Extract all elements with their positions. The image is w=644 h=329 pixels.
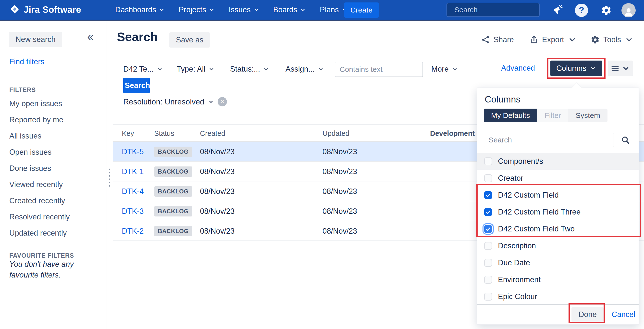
user-avatar[interactable] <box>622 3 636 18</box>
check-icon <box>485 226 491 232</box>
chevron-down-icon <box>158 7 165 13</box>
field-option-epic-colour[interactable]: Epic Colour <box>477 288 638 305</box>
sidebar-item-done-issues[interactable]: Done issues <box>0 160 106 177</box>
columns-search-input[interactable] <box>484 133 614 147</box>
nav-item-projects[interactable]: Projects <box>179 6 215 14</box>
sidebar-item-created-recently[interactable]: Created recently <box>0 193 106 209</box>
settings-button[interactable] <box>600 4 613 17</box>
person-icon <box>623 6 634 18</box>
checkbox-unchecked[interactable] <box>484 157 492 165</box>
checkbox-unchecked[interactable] <box>484 259 492 267</box>
columns-panel-tabs: My Defaults Filter System <box>484 109 608 122</box>
resolution-filter-chip[interactable]: Resolution: Unresolved ✕ <box>123 96 227 108</box>
row-drag-handle[interactable] <box>108 168 111 187</box>
checkbox-unchecked[interactable] <box>484 293 492 300</box>
field-option-creator[interactable]: Creator <box>477 170 638 187</box>
status-badge: BACKLOG <box>154 166 192 177</box>
assignee-filter-dropdown[interactable]: Assign... <box>286 62 324 76</box>
field-option-due-date[interactable]: Due Date <box>477 254 638 271</box>
sidebar-item-viewed-recently[interactable]: Viewed recently <box>0 177 106 193</box>
created-date: 08/Nov/23 <box>200 142 234 162</box>
issue-key-link[interactable]: DTK-5 <box>122 142 144 162</box>
field-option-d42-custom-field[interactable]: D42 Custom Field <box>477 187 638 203</box>
export-button[interactable]: Export <box>529 33 577 47</box>
sidebar-item-open-issues[interactable]: Open issues <box>0 144 106 160</box>
sidebar-item-resolved-recently[interactable]: Resolved recently <box>0 209 106 225</box>
checkbox-checked[interactable] <box>484 191 492 199</box>
nav-item-issues[interactable]: Issues <box>229 6 260 14</box>
created-date: 08/Nov/23 <box>200 162 234 181</box>
more-filters-dropdown[interactable]: More <box>431 62 458 76</box>
sidebar-item-updated-recently[interactable]: Updated recently <box>0 225 106 241</box>
nav-item-dashboards[interactable]: Dashboards <box>115 6 165 14</box>
jira-issue-search-page: Jira Software Dashboards Projects Issues… <box>0 0 644 329</box>
issue-key-link[interactable]: DTK-2 <box>122 221 144 241</box>
jira-logo[interactable]: Jira Software <box>9 0 81 20</box>
issue-key-link[interactable]: DTK-4 <box>122 181 144 201</box>
chevron-down-icon <box>590 65 596 72</box>
tab-my-defaults[interactable]: My Defaults <box>484 109 537 122</box>
column-header-development[interactable]: Development <box>430 125 475 142</box>
checkbox-unchecked[interactable] <box>484 174 492 182</box>
nav-item-plans[interactable]: Plans <box>320 6 348 14</box>
status-badge: BACKLOG <box>154 206 192 216</box>
tab-filter: Filter <box>537 109 568 122</box>
field-option-d42-custom-field-three[interactable]: D42 Custom Field Three <box>477 203 638 220</box>
create-button[interactable]: Create <box>344 3 379 18</box>
chevron-down-icon <box>622 64 630 73</box>
global-search <box>446 3 540 17</box>
jira-logo-text: Jira Software <box>24 5 81 15</box>
field-option-components[interactable]: Component/s <box>477 153 638 170</box>
filters-heading: FILTERS <box>9 86 36 93</box>
tab-system[interactable]: System <box>568 109 608 122</box>
cancel-link[interactable]: Cancel <box>612 310 636 319</box>
status-filter-dropdown[interactable]: Status:... <box>230 62 269 76</box>
chevron-down-icon <box>253 7 260 13</box>
type-filter-dropdown[interactable]: Type: All <box>177 62 215 76</box>
find-filters-link[interactable]: Find filters <box>9 57 44 66</box>
done-button[interactable]: Done <box>572 307 604 322</box>
created-date: 08/Nov/23 <box>200 201 234 221</box>
nav-item-boards[interactable]: Boards <box>273 6 306 14</box>
page-title: Search <box>117 30 158 44</box>
column-header-created[interactable]: Created <box>200 125 225 142</box>
help-button[interactable]: ? <box>575 4 588 17</box>
share-icon <box>481 35 490 44</box>
share-button[interactable]: Share <box>481 33 514 47</box>
sidebar-item-reported-by-me[interactable]: Reported by me <box>0 112 106 128</box>
column-header-updated[interactable]: Updated <box>322 125 350 142</box>
columns-button[interactable]: Columns <box>550 61 602 76</box>
issue-key-link[interactable]: DTK-3 <box>122 201 144 221</box>
column-header-status[interactable]: Status <box>154 125 174 142</box>
project-filter-dropdown[interactable]: D42 Te... <box>123 62 163 76</box>
announcements-button[interactable] <box>551 4 564 17</box>
checkbox-checked-focused[interactable] <box>484 225 492 233</box>
new-search-button[interactable]: New search <box>9 32 62 47</box>
checkbox-unchecked[interactable] <box>484 276 492 284</box>
checkbox-checked[interactable] <box>484 208 492 216</box>
collapse-sidebar-icon[interactable]: « <box>87 31 94 42</box>
sidebar-item-my-open-issues[interactable]: My open issues <box>0 96 106 112</box>
sidebar-item-all-issues[interactable]: All issues <box>0 128 106 144</box>
chevron-down-icon <box>624 35 634 44</box>
status-badge: BACKLOG <box>154 147 192 157</box>
column-header-key[interactable]: Key <box>122 125 134 142</box>
contains-text-input[interactable] <box>335 62 423 77</box>
field-option-description[interactable]: Description <box>477 237 638 254</box>
columns-field-list: Component/s Creator D42 Custom Field D42… <box>477 153 638 305</box>
run-search-button[interactable]: Search <box>123 78 150 93</box>
checkbox-unchecked[interactable] <box>484 242 492 250</box>
tools-button[interactable]: Tools <box>590 33 634 47</box>
updated-date: 08/Nov/23 <box>322 142 357 162</box>
updated-date: 08/Nov/23 <box>322 221 357 241</box>
list-view-switcher-button[interactable] <box>608 61 633 76</box>
updated-date: 08/Nov/23 <box>322 201 357 221</box>
save-as-button[interactable]: Save as <box>169 32 210 48</box>
advanced-link[interactable]: Advanced <box>501 64 535 73</box>
global-search-input[interactable] <box>454 6 550 14</box>
chevron-down-icon <box>300 7 306 13</box>
field-option-environment[interactable]: Environment <box>477 271 638 288</box>
field-option-d42-custom-field-two[interactable]: D42 Custom Field Two <box>477 220 638 237</box>
issue-key-link[interactable]: DTK-1 <box>122 162 144 181</box>
top-nav: Jira Software Dashboards Projects Issues… <box>0 0 644 21</box>
